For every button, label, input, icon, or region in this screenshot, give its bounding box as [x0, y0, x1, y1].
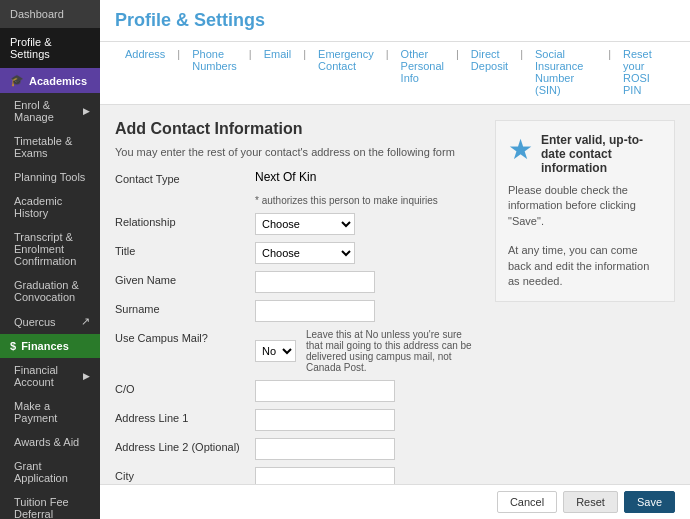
form-note: You may enter the rest of your contact's…	[115, 146, 480, 158]
info-box-text2: At any time, you can come back and edit …	[508, 243, 662, 289]
title-row: Title Choose	[115, 242, 480, 264]
city-input[interactable]	[255, 467, 395, 484]
sidebar-item-timetable[interactable]: Timetable & Exams	[0, 129, 100, 165]
surname-input[interactable]	[255, 300, 375, 322]
sidebar-item-financial-account[interactable]: Financial Account▶	[0, 358, 100, 394]
sidebar: Dashboard Profile & Settings 🎓 Academics…	[0, 0, 100, 519]
tab-sin[interactable]: Social Insurance Number (SIN)	[525, 42, 606, 104]
reset-button[interactable]: Reset	[563, 491, 618, 513]
given-name-input[interactable]	[255, 271, 375, 293]
sidebar-item-planning[interactable]: Planning Tools	[0, 165, 100, 189]
sidebar-item-profile[interactable]: Profile & Settings	[0, 28, 100, 68]
external-link-icon: ↗	[81, 315, 90, 328]
city-row: City	[115, 467, 480, 484]
relationship-field: Choose	[255, 213, 480, 235]
co-label: C/O	[115, 380, 255, 395]
form-title: Add Contact Information	[115, 120, 480, 138]
tab-rosi-pin[interactable]: Reset your ROSI PIN	[613, 42, 675, 104]
campus-mail-row: Use Campus Mail? No Leave this at No unl…	[115, 329, 480, 373]
sidebar-item-grant[interactable]: Grant Application	[0, 454, 100, 490]
sidebar-item-graduation[interactable]: Graduation & Convocation	[0, 273, 100, 309]
campus-mail-select[interactable]: No	[255, 340, 296, 362]
tab-phone[interactable]: Phone Numbers	[182, 42, 247, 104]
content-area: Add Contact Information You may enter th…	[100, 105, 690, 484]
campus-mail-note: Leave this at No unless you're sure that…	[306, 329, 480, 373]
cancel-button[interactable]: Cancel	[497, 491, 557, 513]
tab-address[interactable]: Address	[115, 42, 175, 104]
co-row: C/O	[115, 380, 480, 402]
tab-emergency[interactable]: Emergency Contact	[308, 42, 384, 104]
co-input[interactable]	[255, 380, 395, 402]
title-field: Choose	[255, 242, 480, 264]
sidebar-section-finances: $ Finances	[0, 334, 100, 358]
contact-type-value: Next Of Kin	[255, 170, 480, 184]
info-panel: ★ Enter valid, up-to-date contact inform…	[495, 120, 675, 469]
info-box-title: Enter valid, up-to-date contact informat…	[541, 133, 662, 175]
relationship-row: Relationship Choose	[115, 213, 480, 235]
sidebar-item-quercus[interactable]: Quercus ↗	[0, 309, 100, 334]
relationship-label: Relationship	[115, 213, 255, 228]
sidebar-item-make-payment[interactable]: Make a Payment	[0, 394, 100, 430]
campus-mail-field: No Leave this at No unless you're sure t…	[255, 329, 480, 373]
authorizes-row: * authorizes this person to make inquiri…	[115, 192, 480, 206]
address1-input[interactable]	[255, 409, 395, 431]
main-content: Profile & Settings Address | Phone Numbe…	[100, 0, 690, 519]
address1-label: Address Line 1	[115, 409, 255, 424]
sidebar-item-awards[interactable]: Awards & Aid	[0, 430, 100, 454]
given-name-field	[255, 271, 480, 293]
sidebar-item-transcript[interactable]: Transcript & Enrolment Confirmation	[0, 225, 100, 273]
relationship-select[interactable]: Choose	[255, 213, 355, 235]
tab-bar: Address | Phone Numbers | Email | Emerge…	[100, 42, 690, 105]
campus-mail-label: Use Campus Mail?	[115, 329, 255, 344]
contact-type-row: Contact Type Next Of Kin	[115, 170, 480, 185]
info-box: ★ Enter valid, up-to-date contact inform…	[495, 120, 675, 302]
given-name-row: Given Name	[115, 271, 480, 293]
sidebar-item-tuition[interactable]: Tuition Fee Deferral	[0, 490, 100, 519]
address2-input[interactable]	[255, 438, 395, 460]
address1-row: Address Line 1	[115, 409, 480, 431]
sidebar-item-enrol[interactable]: Enrol & Manage▶	[0, 93, 100, 129]
sidebar-item-dashboard[interactable]: Dashboard	[0, 0, 100, 28]
contact-type-label: Contact Type	[115, 170, 255, 185]
address2-label: Address Line 2 (Optional)	[115, 438, 255, 453]
star-icon: ★	[508, 133, 533, 166]
footer-bar: Cancel Reset Save	[100, 484, 690, 519]
graduation-cap-icon: 🎓	[10, 74, 24, 87]
address2-row: Address Line 2 (Optional)	[115, 438, 480, 460]
authorizes-note: * authorizes this person to make inquiri…	[255, 195, 438, 206]
given-name-label: Given Name	[115, 271, 255, 286]
sidebar-item-academic-history[interactable]: Academic History	[0, 189, 100, 225]
page-title: Profile & Settings	[115, 10, 675, 31]
tab-other-personal[interactable]: Other Personal Info	[391, 42, 454, 104]
save-button[interactable]: Save	[624, 491, 675, 513]
title-select[interactable]: Choose	[255, 242, 355, 264]
sidebar-section-academics: 🎓 Academics	[0, 68, 100, 93]
form-section: Add Contact Information You may enter th…	[115, 120, 480, 469]
surname-field	[255, 300, 480, 322]
surname-row: Surname	[115, 300, 480, 322]
city-label: City	[115, 467, 255, 482]
info-box-text1: Please double check the information befo…	[508, 183, 662, 229]
surname-label: Surname	[115, 300, 255, 315]
tab-email[interactable]: Email	[254, 42, 302, 104]
dollar-icon: $	[10, 340, 16, 352]
title-label: Title	[115, 242, 255, 257]
page-header: Profile & Settings	[100, 0, 690, 42]
tab-direct-deposit[interactable]: Direct Deposit	[461, 42, 518, 104]
